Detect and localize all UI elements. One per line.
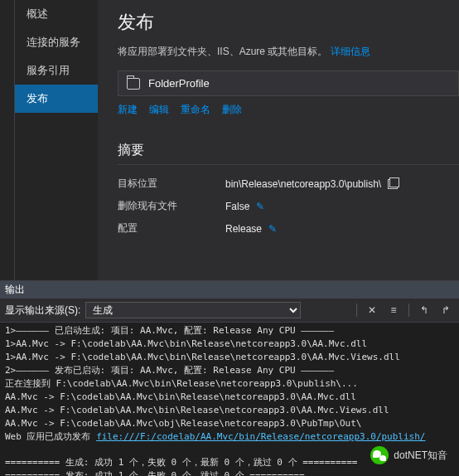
previous-icon[interactable]: ↰ [416, 303, 432, 318]
profile-selector[interactable]: FolderProfile [118, 70, 459, 96]
output-source-label: 显示输出来源(S): [5, 304, 80, 318]
output-line: 1>AA.Mvc -> F:\codelab\AA.Mvc\bin\Releas… [5, 338, 367, 349]
delete-button[interactable]: 删除 [222, 103, 242, 117]
new-button[interactable]: 新建 [118, 103, 138, 117]
summary-title: 摘要 [118, 142, 459, 159]
watermark: dotNET知音 [367, 444, 451, 466]
output-footer-build: ========== 生成: 成功 1 个，失败 0 个，最新 0 个，跳过 0… [5, 457, 357, 468]
sidebar-item-publish[interactable]: 发布 [15, 85, 98, 113]
output-line: 正在连接到 F:\codelab\AA.Mvc\bin\Release\netc… [5, 378, 358, 389]
watermark-text: dotNET知音 [394, 449, 447, 463]
output-panel-title: 输出 [0, 281, 459, 299]
edit-button[interactable]: 编辑 [149, 103, 169, 117]
output-line: 1>AA.Mvc -> F:\codelab\AA.Mvc\bin\Releas… [5, 352, 400, 362]
output-toolbar: 显示输出来源(S): 生成 ✕ ≡ ↰ ↱ [0, 299, 459, 323]
output-line: 1>—————— 已启动生成: 项目: AA.Mvc, 配置: Release … [5, 325, 334, 336]
clear-all-icon[interactable]: ✕ [364, 303, 380, 318]
target-location-value: bin\Release\netcoreapp3.0\publish\ [225, 178, 381, 190]
description-text: 将应用部署到文件夹、IIS、Azure 或其他目标。 [118, 46, 327, 57]
more-info-link[interactable]: 详细信息 [331, 46, 370, 57]
page-title: 发布 [118, 10, 459, 35]
configuration-label: 配置 [118, 221, 225, 236]
target-location-label: 目标位置 [118, 177, 225, 191]
delete-existing-label: 删除现有文件 [118, 199, 225, 213]
delete-existing-value: False [225, 201, 249, 212]
summary-table: 目标位置 bin\Release\netcoreapp3.0\publish\ … [118, 177, 459, 236]
configuration-value: Release [225, 223, 262, 235]
sidebar: 概述 连接的服务 服务引用 发布 [15, 0, 98, 280]
pencil-icon[interactable]: ✎ [256, 201, 264, 212]
page-description: 将应用部署到文件夹、IIS、Azure 或其他目标。 详细信息 [118, 45, 459, 59]
rename-button[interactable]: 重命名 [181, 103, 210, 117]
main-panel: 发布 将应用部署到文件夹、IIS、Azure 或其他目标。 详细信息 Folde… [98, 0, 459, 280]
sidebar-item-connected-services[interactable]: 连接的服务 [15, 28, 98, 56]
output-line: AA.Mvc -> F:\codelab\AA.Mvc\bin\Release\… [5, 391, 356, 402]
output-source-select[interactable]: 生成 [85, 302, 301, 318]
copy-icon[interactable] [388, 179, 398, 189]
output-footer-publish: ========== 发布: 成功 1 个，失败 0 个，跳过 0 个 ====… [5, 470, 305, 476]
sidebar-item-overview[interactable]: 概述 [15, 0, 98, 28]
divider [118, 164, 459, 165]
output-line: AA.Mvc -> F:\codelab\AA.Mvc\bin\Release\… [5, 405, 389, 415]
next-icon[interactable]: ↱ [437, 303, 454, 318]
wechat-icon [370, 446, 389, 464]
gutter [0, 0, 15, 280]
output-line: 2>—————— 发布已启动: 项目: AA.Mvc, 配置: Release … [5, 365, 334, 376]
pencil-icon[interactable]: ✎ [268, 223, 277, 235]
publish-link[interactable]: file:///F:/codelab/AA.Mvc/bin/Release/ne… [96, 431, 425, 442]
profile-actions: 新建 编辑 重命名 删除 [118, 103, 459, 117]
toggle-wrap-icon[interactable]: ≡ [385, 303, 402, 318]
output-line: Web 应用已成功发布 [5, 431, 96, 442]
profile-name: FolderProfile [148, 77, 210, 90]
folder-icon [127, 78, 140, 90]
sidebar-item-service-references[interactable]: 服务引用 [15, 56, 98, 85]
output-line: AA.Mvc -> F:\codelab\AA.Mvc\obj\Release\… [5, 418, 361, 429]
